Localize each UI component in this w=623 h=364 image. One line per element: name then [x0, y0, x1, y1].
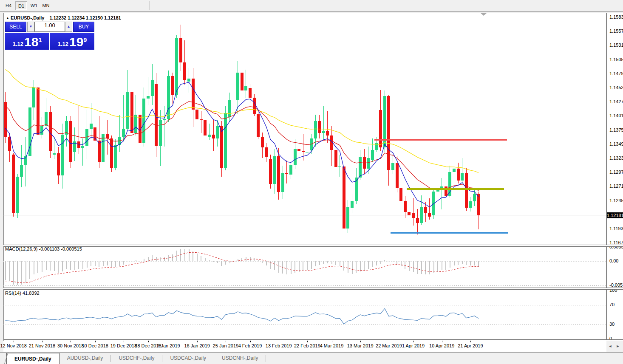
price-axis-label: 1.15310: [609, 42, 623, 48]
bid-price-button[interactable]: 1.12 18 1: [5, 33, 49, 50]
symbol-tab-usdcad[interactable]: USDCAD-,Daily: [162, 353, 214, 364]
scroll-right-button[interactable]: ►: [615, 344, 621, 349]
price-axis-label: 1.15050: [609, 57, 623, 62]
symbol-tab-eurusd[interactable]: EURUSD-,Daily: [6, 353, 59, 364]
symbol-tab-bar: EURUSD-,Daily AUDUSD-,Daily USDCHF-,Dail…: [0, 352, 623, 364]
date-axis-label: 21 Nov 2018: [29, 343, 55, 348]
price-axis-label: 1.15570: [609, 28, 623, 34]
symbol-tab-usdchf[interactable]: USDCHF-,Daily: [111, 353, 162, 364]
date-axis-label: 4 Feb 2019: [238, 343, 262, 348]
symbol-tab-audusd[interactable]: AUDUSD-,Daily: [59, 353, 111, 364]
ask-price-pip: 9: [83, 37, 87, 42]
macd-axis-label: -0.00574: [609, 282, 623, 288]
price-axis-label: 1.15830: [609, 14, 623, 20]
price-axis-label: 1.13230: [609, 155, 623, 161]
symbol-tab-usdcnh[interactable]: USDCNH-,Daily: [214, 353, 266, 364]
date-axis-label: 25 Jan 2019: [213, 343, 239, 348]
one-click-toggle-icon[interactable]: ▲: [6, 16, 9, 20]
price-axis: 1.158301.155701.153101.150501.147901.145…: [606, 13, 623, 340]
price-axis-label: 1.14270: [609, 99, 623, 104]
date-axis-border: [3, 339, 623, 340]
ma-fast-line: [6, 82, 479, 207]
bid-price-prefix: 1.12: [13, 40, 23, 48]
ma-mid-line: [6, 102, 479, 191]
ask-price-prefix: 1.12: [58, 40, 68, 48]
date-axis-label: 22 Mar 2019: [376, 343, 402, 348]
ask-price-button[interactable]: 1.12 19 9: [50, 33, 94, 50]
date-axis-label: 4 Mar 2019: [320, 343, 344, 348]
date-axis-label: 21 Apr 2019: [458, 343, 483, 348]
price-axis-label: 1.12710: [609, 183, 623, 189]
date-axis-label: 12 Nov 2018: [0, 343, 26, 348]
price-axis-label: 1.14790: [609, 71, 623, 76]
rsi-axis-label: 30: [609, 322, 615, 327]
macd-signal-line: [6, 252, 479, 283]
price-axis-label: 1.14010: [609, 113, 623, 118]
chart-title: ▲ EURUSD-,Daily1.12232 1.12234 1.12150 1…: [6, 15, 121, 20]
date-axis-label: 10 Dec 2018: [82, 343, 108, 348]
price-axis-label: 1.13750: [609, 127, 623, 133]
chart-plot: [0, 0, 623, 364]
macd-axis-label: 0.00: [609, 258, 618, 263]
chart-ohlc-values: 1.12232 1.12234 1.12150 1.12181: [49, 15, 121, 20]
scroll-left-button[interactable]: ◄: [607, 344, 613, 349]
mt4-terminal-window: H4 D1 W1 MN 1.158301.155701.153101.15050…: [0, 0, 623, 364]
date-axis-label: 19 Dec 2018: [110, 343, 137, 348]
candlestick-series: [4, 25, 480, 238]
sell-button[interactable]: SELL: [5, 22, 26, 32]
one-click-trading-panel: SELL ▼ 1.00 ▲ BUY 1.12 18 1 1.12 19 9: [5, 22, 94, 50]
chart-symbol-label: EURUSD-,Daily: [11, 15, 44, 20]
rsi-axis-label: 70: [609, 302, 615, 307]
date-axis-label: 10 Apr 2019: [429, 343, 454, 348]
chart-shift-marker-icon[interactable]: [481, 13, 487, 16]
date-axis-label: 1 Apr 2019: [402, 343, 425, 348]
price-axis-label: 1.14530: [609, 85, 623, 90]
current-price-tag: 1.12181: [607, 212, 623, 218]
buy-button[interactable]: BUY: [73, 22, 94, 32]
date-axis-label: 22 Feb 2019: [294, 343, 320, 348]
volume-increase-button[interactable]: ▲: [65, 22, 72, 32]
rsi-line: [6, 308, 479, 324]
scrollbar-corner: ◄ ►: [606, 341, 623, 352]
date-axis-label: 30 Nov 2018: [57, 343, 84, 348]
price-axis-label: 1.12970: [609, 169, 623, 175]
volume-input[interactable]: 1.00: [34, 22, 65, 32]
tab-separator: [266, 355, 266, 362]
bid-price-pip: 1: [38, 37, 42, 42]
date-axis-label: 7 Jan 2019: [157, 343, 180, 348]
price-axis-label: 1.12450: [609, 198, 623, 203]
volume-decrease-button[interactable]: ▼: [27, 22, 34, 32]
ask-price-main: 19: [69, 36, 83, 48]
date-axis-label: 13 Mar 2019: [347, 343, 374, 348]
macd-indicator-label: MACD(12,26,9) -0.001103 -0.000515: [5, 246, 82, 251]
price-axis-label: 1.13490: [609, 141, 623, 147]
bid-price-main: 18: [24, 36, 38, 48]
rsi-indicator-label: RSI(14) 41.8392: [5, 291, 40, 296]
date-axis: 12 Nov 201821 Nov 201830 Nov 201810 Dec …: [3, 341, 606, 352]
price-axis-label: 1.11930: [609, 226, 623, 231]
macd-histogram: [6, 249, 479, 285]
pane-splitter-macd[interactable]: [3, 245, 623, 247]
date-axis-label: 16 Jan 2019: [184, 343, 210, 348]
pane-splitter-rsi[interactable]: [3, 288, 623, 290]
date-axis-label: 13 Feb 2019: [266, 343, 292, 348]
